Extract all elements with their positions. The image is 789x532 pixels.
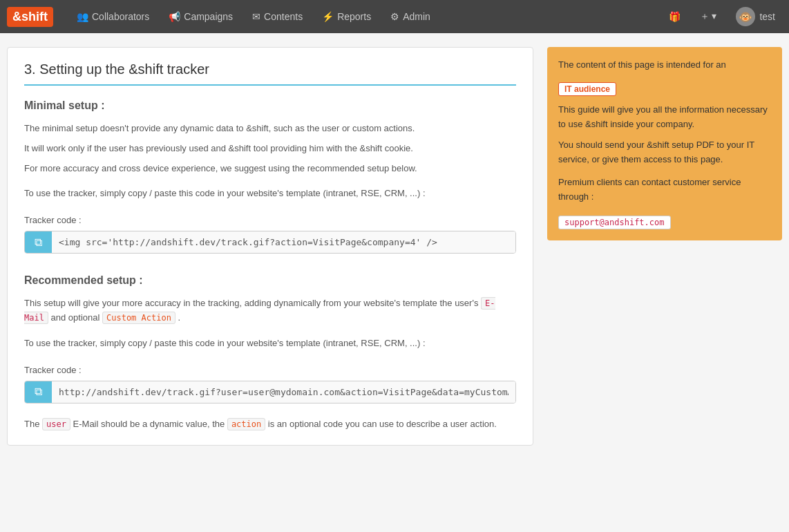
nav-contents[interactable]: ✉ Contents xyxy=(243,0,312,33)
info-intro: The content of this page is intended for… xyxy=(558,58,771,73)
it-audience-badge: IT audience xyxy=(558,82,616,96)
recommended-para: This setup will give your more accuracy … xyxy=(24,296,516,325)
navbar: &shift 👥 Collaborators 📢 Campaigns ✉ Con… xyxy=(0,0,789,33)
collaborators-icon: 👥 xyxy=(77,11,88,22)
nav-campaigns[interactable]: 📢 Campaigns xyxy=(159,0,243,33)
minimal-tracker-input[interactable] xyxy=(52,231,515,253)
minimal-tracker-label: Tracker code : xyxy=(24,215,516,225)
action-badge: action xyxy=(227,418,265,430)
sidebar: The content of this page is intended for… xyxy=(547,47,782,240)
recommended-tracker-input[interactable] xyxy=(52,381,515,403)
minimal-para-1: The minimal setup doesn't provide any dy… xyxy=(24,122,516,136)
minimal-setup-title: Minimal setup : xyxy=(24,99,516,112)
reports-icon: ⚡ xyxy=(322,11,334,22)
nav-right-area: 🎁 ＋ ▾ 🐵 test xyxy=(662,0,782,33)
minimal-setup-section: Minimal setup : The minimal setup doesn'… xyxy=(24,99,516,254)
minimal-para-3: For more accuracy and cross device exper… xyxy=(24,162,516,176)
plus-icon: ＋ ▾ xyxy=(700,10,717,23)
gift-icon: 🎁 xyxy=(669,11,681,22)
user-name: test xyxy=(759,11,775,22)
campaigns-icon: 📢 xyxy=(169,11,180,22)
recommended-copy-button[interactable]: ⧉ xyxy=(25,381,52,403)
bottom-note: The user E-Mail should be a dynamic valu… xyxy=(24,417,516,432)
custom-action-badge: Custom Action xyxy=(102,312,175,324)
copy-icon-2: ⧉ xyxy=(35,386,42,398)
info-premium: Premium clients can contact customer ser… xyxy=(558,175,771,205)
user-badge: user xyxy=(42,418,70,430)
minimal-copy-note: To use the tracker, simply copy / paste … xyxy=(24,187,516,201)
recommended-setup-title: Recommended setup : xyxy=(24,274,516,287)
plus-button[interactable]: ＋ ▾ xyxy=(693,0,724,33)
support-email-badge[interactable]: support@andshift.com xyxy=(558,216,671,229)
contents-icon: ✉ xyxy=(252,11,260,22)
main-content: 3. Setting up the &shift tracker Minimal… xyxy=(7,47,533,446)
page-layout: 3. Setting up the &shift tracker Minimal… xyxy=(0,33,789,459)
nav-collaborators[interactable]: 👥 Collaborators xyxy=(67,0,159,33)
user-avatar: 🐵 xyxy=(736,7,755,26)
nav-reports[interactable]: ⚡ Reports xyxy=(312,0,381,33)
user-menu[interactable]: 🐵 test xyxy=(729,7,782,26)
recommended-setup-section: Recommended setup : This setup will give… xyxy=(24,274,516,431)
info-send: You should send your &shift setup PDF to… xyxy=(558,138,771,167)
recommended-copy-note: To use the tracker, simply copy / paste … xyxy=(24,336,516,351)
nav-admin[interactable]: ⚙ Admin xyxy=(381,0,440,33)
copy-icon: ⧉ xyxy=(35,236,42,249)
info-box: The content of this page is intended for… xyxy=(547,47,782,240)
info-guide: This guide will give you all the informa… xyxy=(558,103,771,132)
recommended-tracker-label: Tracker code : xyxy=(24,365,516,375)
gift-button[interactable]: 🎁 xyxy=(662,0,687,33)
admin-icon: ⚙ xyxy=(390,11,399,22)
logo[interactable]: &shift xyxy=(7,7,53,27)
minimal-tracker-box: ⧉ xyxy=(24,231,516,254)
section-title: 3. Setting up the &shift tracker xyxy=(24,61,516,86)
minimal-para-2: It will work only if the user has previo… xyxy=(24,142,516,156)
recommended-tracker-box: ⧉ xyxy=(24,381,516,403)
minimal-copy-button[interactable]: ⧉ xyxy=(25,231,52,253)
